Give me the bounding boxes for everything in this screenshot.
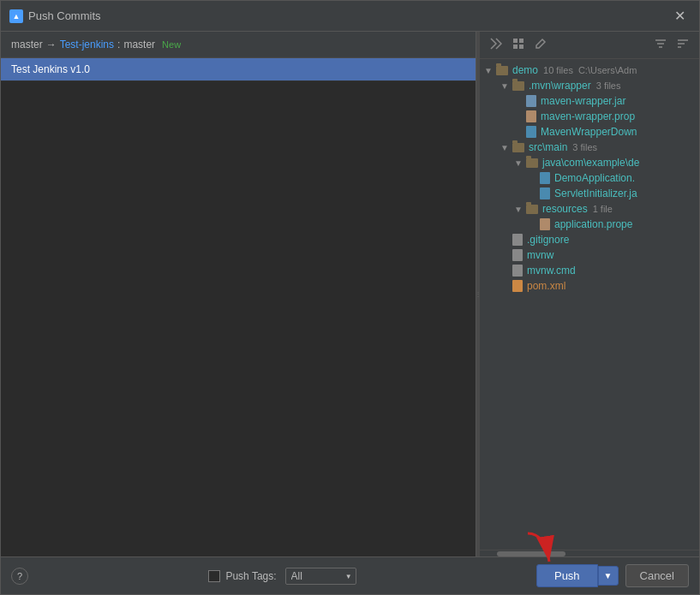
generic-icon-mvnw [512, 249, 523, 261]
right-panel: ▼ demo 10 files C:\Users\Adm ▼ .mvn\wrap… [480, 32, 699, 556]
branch-arrow: → [46, 39, 57, 51]
file-count-resources: 1 file [593, 204, 613, 214]
file-name-mvnw-cmd: mvnw.cmd [527, 265, 576, 277]
file-name-demo: demo [512, 64, 538, 76]
file-count-srcmain: 3 files [572, 142, 597, 152]
java-icon-servlet [540, 187, 550, 199]
file-name-maven-jar: maven-wrapper.jar [541, 95, 625, 107]
java-icon-mwd [526, 126, 536, 138]
file-path-demo: C:\Users\Adm [578, 65, 637, 75]
tree-item-demo-app[interactable]: DemoApplication. [480, 170, 699, 186]
arrow-resources: ▼ [513, 205, 524, 214]
file-name-pom: pom.xml [527, 280, 565, 292]
file-name-java-pkg: java\com\example\de [542, 157, 639, 169]
arrow-demo: ▼ [483, 66, 494, 75]
navigate-icon[interactable] [487, 36, 506, 54]
props-icon [526, 110, 536, 122]
svg-rect-1 [519, 39, 524, 43]
window-title: Push Commits [28, 9, 101, 22]
close-button[interactable]: ✕ [669, 8, 691, 25]
horizontal-scrollbar[interactable] [480, 550, 699, 556]
bottom-bar: ? Push Tags: All Annotated None [1, 556, 699, 594]
edit-icon[interactable] [531, 36, 550, 54]
jar-icon [526, 95, 536, 107]
help-button[interactable]: ? [11, 568, 28, 585]
file-name-mvn: .mvn\wrapper [529, 80, 591, 92]
commit-item[interactable]: Test Jenkins v1.0 [1, 58, 476, 81]
java-icon-demo [540, 172, 550, 184]
title-bar-left: ▲ Push Commits [9, 9, 101, 23]
bottom-right: Push ▼ Cancel [536, 564, 689, 587]
tree-item-srcmain[interactable]: ▼ src\main 3 files [480, 140, 699, 155]
branch-colon: : [117, 39, 120, 51]
tree-item-mvn-wrapper[interactable]: ▼ .mvn\wrapper 3 files [480, 78, 699, 93]
tags-select-wrapper[interactable]: All Annotated None [285, 568, 356, 585]
tree-item-maven-jar[interactable]: maven-wrapper.jar [480, 93, 699, 109]
help-label: ? [17, 571, 22, 581]
folder-icon-demo [496, 66, 508, 75]
tree-item-maven-down[interactable]: MavenWrapperDown [480, 124, 699, 140]
push-button-group: Push ▼ [536, 564, 619, 587]
arrow-srcmain: ▼ [500, 143, 510, 152]
new-badge: New [162, 39, 181, 50]
commit-label: Test Jenkins v1.0 [11, 63, 90, 75]
filter-icon[interactable] [651, 36, 670, 54]
file-name-gitignore: .gitignore [527, 234, 569, 246]
commits-list[interactable]: Test Jenkins v1.0 [1, 58, 476, 556]
cancel-label: Cancel [640, 569, 674, 582]
branch-remote: Test-jenkins [60, 39, 114, 51]
push-tags-label: Push Tags: [225, 570, 276, 582]
folder-icon-srcmain [512, 143, 524, 152]
push-tags-checkbox[interactable]: Push Tags: [208, 570, 276, 582]
file-name-mvnw: mvnw [527, 249, 553, 261]
xml-icon-pom [512, 280, 523, 292]
tree-item-app-props[interactable]: application.prope [480, 217, 699, 232]
tags-select[interactable]: All Annotated None [285, 568, 356, 585]
arrow-mvn: ▼ [500, 81, 510, 91]
file-count-mvn: 3 files [596, 80, 621, 91]
branch-remote-branch: master [123, 39, 155, 51]
props-icon-app [540, 218, 550, 230]
tags-section: Push Tags: All Annotated None [208, 568, 356, 585]
file-tree[interactable]: ▼ demo 10 files C:\Users\Adm ▼ .mvn\wrap… [480, 59, 699, 550]
tree-item-demo[interactable]: ▼ demo 10 files C:\Users\Adm [480, 62, 699, 78]
branch-local: master [11, 39, 43, 51]
push-label: Push [554, 569, 580, 582]
title-bar: ▲ Push Commits ✕ [1, 1, 699, 32]
checkbox-push-tags[interactable] [208, 570, 220, 582]
generic-icon-gitignore [512, 234, 523, 246]
tree-item-resources[interactable]: ▼ resources 1 file [480, 201, 699, 217]
file-count-demo: 10 files [543, 65, 573, 75]
arrow-java: ▼ [513, 158, 524, 168]
file-name-maven-props: maven-wrapper.prop [541, 110, 635, 122]
right-toolbar [480, 32, 699, 59]
folder-icon-mvn [512, 81, 524, 91]
sort-icon[interactable] [673, 36, 692, 54]
file-name-servlet: ServletInitializer.ja [554, 187, 637, 199]
svg-rect-3 [519, 45, 524, 49]
grid-icon[interactable] [509, 36, 528, 54]
main-content: master → Test-jenkins : master New Test … [1, 32, 699, 556]
svg-rect-0 [513, 39, 518, 43]
folder-icon-resources [526, 205, 538, 214]
file-name-maven-down: MavenWrapperDown [541, 126, 637, 138]
file-name-demo-app: DemoApplication. [554, 172, 635, 184]
file-name-srcmain: src\main [529, 141, 567, 153]
generic-icon-mvnw-cmd [512, 265, 523, 277]
left-panel: master → Test-jenkins : master New Test … [1, 32, 476, 556]
tree-item-gitignore[interactable]: .gitignore [480, 232, 699, 247]
tree-item-java-pkg[interactable]: ▼ java\com\example\de [480, 155, 699, 170]
branch-header: master → Test-jenkins : master New [1, 32, 476, 58]
tree-item-maven-props[interactable]: maven-wrapper.prop [480, 109, 699, 124]
tree-item-pom[interactable]: pom.xml [480, 278, 699, 294]
push-commits-dialog: ▲ Push Commits ✕ master → Test-jenkins :… [0, 0, 700, 595]
push-dropdown-button[interactable]: ▼ [598, 566, 619, 586]
tree-item-mvnw-cmd[interactable]: mvnw.cmd [480, 263, 699, 278]
svg-rect-2 [513, 45, 518, 49]
tree-item-servlet[interactable]: ServletInitializer.ja [480, 186, 699, 201]
cancel-button[interactable]: Cancel [625, 564, 689, 587]
tree-item-mvnw[interactable]: mvnw [480, 247, 699, 263]
bottom-left: ? [11, 568, 28, 585]
file-name-app-props: application.prope [554, 218, 632, 230]
push-button[interactable]: Push [536, 564, 598, 587]
